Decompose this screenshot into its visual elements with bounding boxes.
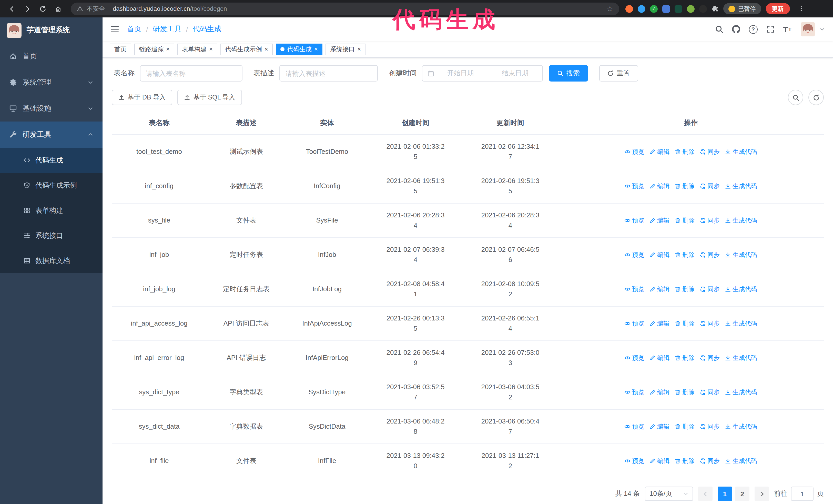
row-action-sync[interactable]: 同步 [700, 318, 720, 329]
tag-close-icon[interactable]: × [166, 46, 170, 52]
sidebar-toggle-icon[interactable] [111, 25, 119, 33]
address-bar[interactable]: 不安全 dashboard.yudao.iocoder.cn/tool/code… [71, 2, 619, 15]
row-action-sync[interactable]: 同步 [700, 353, 720, 363]
row-action-sync[interactable]: 同步 [700, 181, 720, 191]
tag-close-icon[interactable]: × [209, 46, 213, 52]
row-action-sync[interactable]: 同步 [700, 147, 720, 157]
row-action-trash[interactable]: 删除 [674, 456, 695, 466]
row-action-sync[interactable]: 同步 [700, 456, 720, 466]
row-action-sync[interactable]: 同步 [700, 422, 720, 432]
goto-page-input[interactable] [791, 486, 813, 501]
row-action-eye[interactable]: 预览 [624, 318, 644, 329]
search-button[interactable]: 搜索 [549, 65, 588, 81]
row-action-eye[interactable]: 预览 [624, 215, 644, 225]
sidebar-subitem[interactable]: 表单构建 [0, 198, 102, 223]
browser-forward-button[interactable] [21, 2, 34, 16]
tag[interactable]: 表单构建 × [177, 43, 217, 55]
help-icon[interactable]: ? [749, 25, 757, 33]
row-action-eye[interactable]: 预览 [624, 250, 644, 260]
tag[interactable]: 首页 × [110, 43, 131, 55]
tag[interactable]: 代码生成示例 × [220, 43, 273, 55]
security-warning-icon[interactable] [77, 6, 83, 12]
row-action-download[interactable]: 生成代码 [725, 318, 757, 329]
row-action-eye[interactable]: 预览 [624, 181, 644, 191]
breadcrumb-item-tools[interactable]: 研发工具 [153, 25, 182, 34]
row-action-trash[interactable]: 删除 [674, 250, 695, 260]
row-action-edit[interactable]: 编辑 [649, 422, 669, 432]
extension-icon-blue-grid[interactable] [662, 5, 670, 13]
page-number-button[interactable]: 1 [718, 486, 732, 501]
row-action-sync[interactable]: 同步 [700, 215, 720, 225]
import-sql-button[interactable]: 基于 SQL 导入 [177, 90, 242, 105]
sidebar-subitem[interactable]: 代码生成 [0, 148, 102, 173]
sidebar-subitem[interactable]: 系统接口 [0, 223, 102, 248]
bookmark-star-icon[interactable]: ☆ [607, 5, 613, 13]
table-name-input[interactable] [140, 65, 242, 81]
row-action-download[interactable]: 生成代码 [725, 284, 757, 294]
tag-close-icon[interactable]: × [264, 46, 268, 52]
row-action-sync[interactable]: 同步 [700, 284, 720, 294]
row-action-edit[interactable]: 编辑 [649, 318, 669, 329]
breadcrumb-item-home[interactable]: 首页 [127, 25, 142, 34]
user-menu-caret-icon[interactable] [820, 27, 825, 32]
extension-icon-leaf[interactable] [687, 5, 695, 13]
browser-reload-button[interactable] [36, 2, 49, 16]
sidebar-subitem[interactable]: 代码生成示例 [0, 173, 102, 198]
row-action-download[interactable]: 生成代码 [725, 456, 757, 466]
next-page-button[interactable] [755, 486, 769, 501]
page-number-button[interactable]: 2 [735, 486, 749, 501]
user-avatar[interactable] [801, 22, 815, 37]
row-action-trash[interactable]: 删除 [674, 353, 695, 363]
row-action-trash[interactable]: 删除 [674, 318, 695, 329]
row-action-trash[interactable]: 删除 [674, 147, 695, 157]
row-action-trash[interactable]: 删除 [674, 215, 695, 225]
row-action-trash[interactable]: 删除 [674, 284, 695, 294]
row-action-edit[interactable]: 编辑 [649, 215, 669, 225]
row-action-download[interactable]: 生成代码 [725, 422, 757, 432]
row-action-eye[interactable]: 预览 [624, 284, 644, 294]
app-logo[interactable]: 芋道管理系统 [0, 18, 102, 43]
font-size-icon[interactable]: TT [783, 25, 792, 33]
browser-back-button[interactable] [5, 2, 19, 16]
row-action-edit[interactable]: 编辑 [649, 387, 669, 398]
prev-page-button[interactable] [698, 486, 713, 501]
browser-menu-icon[interactable] [794, 2, 808, 16]
extension-icon-dark[interactable] [699, 5, 707, 13]
row-action-edit[interactable]: 编辑 [649, 147, 669, 157]
tag-close-icon[interactable]: × [314, 46, 318, 52]
row-action-eye[interactable]: 预览 [624, 147, 644, 157]
tag[interactable]: 系统接口 × [326, 43, 365, 55]
row-action-edit[interactable]: 编辑 [649, 456, 669, 466]
browser-home-button[interactable] [51, 2, 65, 16]
refresh-table-button[interactable] [808, 90, 824, 105]
row-action-eye[interactable]: 预览 [624, 353, 644, 363]
row-action-eye[interactable]: 预览 [624, 422, 644, 432]
browser-update-button[interactable]: 更新 [766, 3, 790, 14]
row-action-edit[interactable]: 编辑 [649, 284, 669, 294]
row-action-download[interactable]: 生成代码 [725, 181, 757, 191]
row-action-edit[interactable]: 编辑 [649, 181, 669, 191]
row-action-download[interactable]: 生成代码 [725, 387, 757, 398]
row-action-eye[interactable]: 预览 [624, 456, 644, 466]
extensions-puzzle-icon[interactable] [712, 5, 719, 12]
header-search-icon[interactable] [715, 25, 723, 33]
sidebar-item[interactable]: 基础设施 [0, 95, 102, 121]
extension-icon-dark-green[interactable] [674, 5, 682, 13]
extension-icon-blue-drop[interactable] [638, 5, 645, 13]
row-action-eye[interactable]: 预览 [624, 387, 644, 398]
tag[interactable]: 代码生成 × [276, 43, 323, 55]
sidebar-item[interactable]: 研发工具 [0, 121, 102, 148]
tag-close-icon[interactable]: × [357, 46, 361, 52]
profile-paused-badge[interactable]: 已暂停 [723, 3, 761, 14]
row-action-edit[interactable]: 编辑 [649, 250, 669, 260]
row-action-trash[interactable]: 删除 [674, 422, 695, 432]
extension-icon-green-check[interactable]: ✓ [650, 5, 658, 13]
row-action-trash[interactable]: 删除 [674, 181, 695, 191]
row-action-trash[interactable]: 删除 [674, 387, 695, 398]
extension-icon-orange[interactable] [625, 5, 633, 13]
row-action-download[interactable]: 生成代码 [725, 215, 757, 225]
row-action-sync[interactable]: 同步 [700, 387, 720, 398]
row-action-sync[interactable]: 同步 [700, 250, 720, 260]
sidebar-item[interactable]: 系统管理 [0, 69, 102, 95]
toggle-search-button[interactable] [788, 90, 803, 105]
